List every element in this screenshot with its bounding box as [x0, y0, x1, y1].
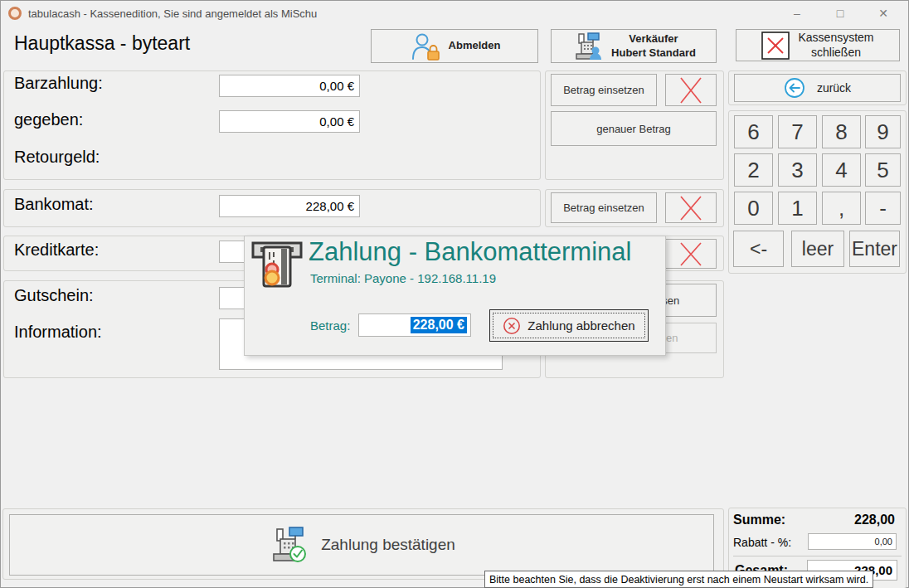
- page-title: Hauptkassa - byteart: [14, 32, 190, 55]
- dialog-terminal-info: Terminal: Payone - 192.168.11.19: [310, 271, 496, 285]
- cash-input[interactable]: 0,00 €: [219, 75, 360, 97]
- close-system-button[interactable]: Kassensystem schließen: [736, 29, 900, 61]
- selected-amount-text: 228,00 €: [411, 317, 467, 333]
- numpad-key-minus[interactable]: -: [865, 192, 901, 225]
- minimize-icon[interactable]: –: [779, 1, 815, 26]
- given-input[interactable]: 0,00 €: [219, 110, 360, 133]
- creditcard-label: Kreditkarte:: [14, 241, 99, 260]
- window-title: tabulacash - Kassenedition, Sie sind ang…: [28, 7, 317, 20]
- information-label: Information:: [14, 323, 102, 342]
- clear-bankomat-button[interactable]: [665, 192, 717, 223]
- discount-label: Rabatt - %:: [733, 536, 791, 549]
- back-arrow-icon: [784, 77, 805, 99]
- bankomat-input[interactable]: 228,00 €: [219, 195, 360, 217]
- sum-label: Summe:: [733, 513, 785, 527]
- cancel-payment-button[interactable]: Zahlung abbrechen: [489, 309, 649, 342]
- app-window: tabulacash - Kassenedition, Sie sind ang…: [0, 0, 909, 588]
- cash-register-check-icon: [268, 526, 308, 564]
- cash-register-person-icon: [571, 32, 603, 61]
- maximize-icon[interactable]: □: [822, 1, 858, 26]
- totals-divider: [733, 556, 902, 556]
- red-x-box-icon: [761, 32, 790, 60]
- numpad-key-3[interactable]: 3: [778, 153, 817, 187]
- numpad-key-5[interactable]: 5: [865, 153, 901, 187]
- cash-label: Barzahlung:: [14, 74, 103, 93]
- user-lock-icon: [409, 32, 440, 61]
- exact-amount-button[interactable]: genauer Betrag: [551, 111, 717, 146]
- logout-button-label: Abmelden: [449, 39, 501, 52]
- numpad-enter-key[interactable]: Enter: [849, 231, 900, 267]
- close-system-button-label: Kassensystem schließen: [798, 31, 873, 60]
- dialog-amount-label: Betrag:: [310, 318, 350, 333]
- numpad-key-7[interactable]: 7: [778, 115, 817, 148]
- logout-button[interactable]: Abmelden: [371, 29, 538, 63]
- red-x-icon: [674, 195, 707, 221]
- red-x-icon: [674, 241, 707, 267]
- clear-cash-button[interactable]: [665, 74, 717, 106]
- numpad-key-6[interactable]: 6: [734, 115, 773, 148]
- back-button-label: zurück: [817, 81, 851, 95]
- seller-button-label: Verkäufer Hubert Standard: [611, 32, 696, 60]
- numpad-key-9[interactable]: 9: [865, 115, 901, 148]
- terminal-payment-dialog: Zahlung - Bankomatterminal Terminal: Pay…: [244, 236, 666, 356]
- numpad-clear-key[interactable]: leer: [791, 231, 844, 267]
- numpad-backspace-key[interactable]: <-: [733, 231, 784, 267]
- discount-input[interactable]: 0,00: [808, 533, 897, 550]
- cancel-payment-button-label: Zahlung abbrechen: [527, 318, 634, 333]
- cancel-circle-x-icon: [503, 317, 521, 335]
- confirm-payment-button[interactable]: Zahlung bestätigen: [9, 514, 714, 576]
- numpad-key-4[interactable]: 4: [822, 153, 861, 187]
- sum-value: 228,00: [812, 513, 895, 527]
- title-bar: tabulacash - Kassenedition, Sie sind ang…: [1, 1, 908, 26]
- back-button[interactable]: zurück: [734, 74, 901, 102]
- bankomat-label: Bankomat:: [14, 195, 94, 214]
- dialog-title: Zahlung - Bankomatterminal: [309, 237, 631, 267]
- clear-creditcard-button[interactable]: [665, 239, 717, 269]
- seller-button[interactable]: Verkäufer Hubert Standard: [551, 29, 717, 63]
- numpad-key-1[interactable]: 1: [778, 192, 817, 225]
- numpad-key-8[interactable]: 8: [822, 115, 861, 148]
- dialog-amount-input[interactable]: 228,00 €: [358, 313, 471, 337]
- insert-amount-bankomat-button[interactable]: Betrag einsetzen: [551, 192, 657, 223]
- tooltip: Bitte beachten Sie, dass die Deaktivieru…: [484, 571, 873, 588]
- change-label: Retourgeld:: [14, 148, 100, 167]
- confirm-payment-button-label: Zahlung bestätigen: [321, 536, 455, 554]
- numpad-key-comma[interactable]: ,: [822, 192, 861, 225]
- red-x-icon: [674, 76, 707, 104]
- close-icon[interactable]: ✕: [865, 1, 902, 26]
- app-logo-icon: [8, 7, 22, 20]
- numpad-key-2[interactable]: 2: [734, 153, 773, 187]
- voucher-label: Gutschein:: [14, 286, 94, 305]
- card-terminal-icon: [250, 240, 304, 291]
- numpad-key-0[interactable]: 0: [734, 192, 773, 225]
- given-label: gegeben:: [14, 110, 83, 129]
- insert-amount-cash-button[interactable]: Betrag einsetzen: [551, 74, 657, 106]
